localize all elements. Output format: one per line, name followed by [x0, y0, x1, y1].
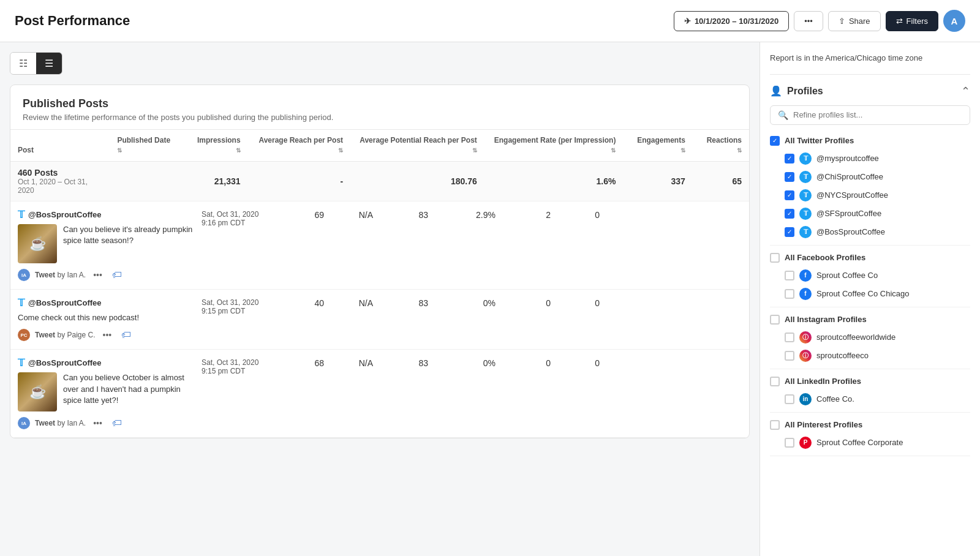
list-icon: ☰: [45, 58, 53, 69]
post-account: @BosSproutCoffee: [28, 298, 102, 307]
page-title: Post Performance: [15, 13, 130, 29]
profiles-search-input[interactable]: [793, 110, 962, 119]
twitter-network-icon: 𝕋: [799, 208, 812, 220]
sort-icon: ⇅: [472, 147, 477, 154]
post-reactions: 0: [551, 297, 600, 308]
post-tag-button[interactable]: 🏷: [110, 416, 124, 430]
profile-item-checkbox[interactable]: [785, 271, 794, 280]
post-avg-potential: 83: [373, 297, 428, 308]
profile-group-label: All Facebook Profiles: [785, 253, 865, 262]
profile-item-label: Sprout Coffee Corporate: [816, 438, 903, 447]
profile-item: ✓𝕋@SFSproutCoffee: [770, 205, 970, 223]
post-engagements: 0: [496, 357, 551, 368]
post-tag-button[interactable]: 🏷: [110, 268, 124, 282]
twitter-network-icon: 𝕋: [799, 171, 812, 183]
profile-item: ✓𝕋@ChiSproutCoffee: [770, 168, 970, 186]
post-engagement-rate: 0%: [428, 357, 496, 368]
col-reactions[interactable]: Reactions ⇅: [693, 130, 749, 162]
post-date: Sat, Oct 31, 20209:15 pm CDT: [202, 297, 275, 315]
profile-item-checkbox[interactable]: ✓: [785, 209, 794, 219]
profile-group-header: All Instagram Profiles: [770, 311, 970, 328]
panel-subtitle: Review the lifetime performance of the p…: [23, 113, 737, 122]
post-avg-reach: N/A: [324, 209, 373, 220]
profile-group-divider: [770, 369, 970, 369]
profile-item-checkbox[interactable]: [785, 438, 794, 448]
profile-item-checkbox[interactable]: ✓: [785, 154, 794, 163]
table-row: 𝕋 @BosSproutCoffee Come check out this n…: [10, 290, 749, 350]
profile-group-header: All LinkedIn Profiles: [770, 373, 970, 390]
collapse-profiles-button[interactable]: ⌃: [961, 85, 970, 98]
post-reactions: 0: [551, 357, 600, 368]
post-account: @BosSproutCoffee: [28, 358, 102, 367]
profile-item: ⓘsproutcoffeeco: [770, 347, 970, 365]
filters-button[interactable]: ⇄ Filters: [886, 11, 938, 31]
post-text: Come check out this new podcast!: [18, 312, 139, 323]
post-rows-container: 𝕋 @BosSproutCoffee ☕ Can you believe it'…: [10, 201, 749, 438]
profile-group-checkbox[interactable]: [770, 420, 780, 430]
panel-header: Published Posts Review the lifetime perf…: [10, 85, 749, 130]
col-post: Post: [10, 130, 110, 162]
profile-item-checkbox[interactable]: ✓: [785, 227, 794, 237]
filters-icon: ⇄: [896, 17, 903, 26]
post-type: Tweet by Ian A.: [35, 271, 86, 279]
profile-item-checkbox[interactable]: ✓: [785, 172, 794, 182]
post-tag-button[interactable]: 🏷: [119, 328, 134, 342]
post-more-button[interactable]: •••: [91, 417, 105, 429]
post-impressions: 40: [275, 297, 324, 308]
col-engagements[interactable]: Engagements ⇅: [623, 130, 692, 162]
profile-group: All Instagram Profilesⓘsproutcoffeeworld…: [770, 311, 970, 369]
avatar[interactable]: A: [943, 10, 965, 32]
profile-item-label: @SFSproutCoffee: [816, 209, 881, 218]
profile-group-checkbox[interactable]: [770, 253, 780, 263]
profile-item-checkbox[interactable]: ✓: [785, 190, 794, 200]
col-avg-reach[interactable]: Average Reach per Post ⇅: [248, 130, 350, 162]
sort-icon: ⇅: [680, 147, 685, 154]
post-engagement-rate: 0%: [428, 297, 496, 308]
profile-item: ✓𝕋@NYCSproutCoffee: [770, 186, 970, 205]
profile-item-label: Sprout Coffee Co Chicago: [816, 289, 910, 298]
post-date: Sat, Oct 31, 20209:15 pm CDT: [202, 357, 275, 375]
posts-table: Post Published Date ⇅ Impressions ⇅: [10, 130, 749, 201]
profile-item-checkbox[interactable]: [785, 332, 794, 342]
profile-item-checkbox[interactable]: [785, 394, 794, 404]
post-more-button[interactable]: •••: [91, 269, 105, 281]
profiles-title: Profiles: [787, 86, 823, 97]
post-account: @BosSproutCoffee: [28, 210, 102, 219]
profile-item-checkbox[interactable]: [785, 351, 794, 361]
grid-view-button[interactable]: ☷: [10, 53, 36, 74]
profile-item-checkbox[interactable]: [785, 289, 794, 299]
col-engagement-rate[interactable]: Engagement Rate (per Impression) ⇅: [484, 130, 624, 162]
summary-avg-reach: -: [248, 162, 350, 201]
instagram-network-icon: ⓘ: [799, 350, 812, 362]
profile-group-checkbox[interactable]: [770, 315, 780, 325]
post-type: Tweet by Paige C.: [35, 331, 96, 339]
profile-item-label: Coffee Co.: [816, 394, 854, 404]
profile-group-label: All LinkedIn Profiles: [785, 377, 861, 386]
profiles-title-row: 👤 Profiles: [770, 85, 823, 97]
col-avg-potential[interactable]: Average Potential Reach per Post ⇅: [350, 130, 484, 162]
share-button[interactable]: ⇧ Share: [828, 11, 881, 31]
more-options-button[interactable]: •••: [794, 11, 823, 31]
panel-title: Published Posts: [23, 97, 737, 110]
profile-group-label: All Twitter Profiles: [785, 136, 854, 145]
post-cell: 𝕋 @BosSproutCoffee ☕ Can you believe Oct…: [18, 357, 202, 430]
grid-icon: ☷: [19, 58, 28, 69]
list-view-button[interactable]: ☰: [36, 53, 62, 74]
profile-item: ⓘsproutcoffeeworldwide: [770, 328, 970, 347]
summary-row: 460 Posts Oct 1, 2020 – Oct 31, 2020 21,…: [10, 162, 749, 201]
col-published-date[interactable]: Published Date ⇅: [110, 130, 183, 162]
summary-reactions: 65: [693, 162, 749, 201]
post-text: Can you believe it's already pumpkin spi…: [63, 224, 194, 246]
profile-group-checkbox[interactable]: ✓: [770, 136, 780, 146]
profile-item-label: sproutcoffeeco: [816, 351, 869, 360]
post-more-button[interactable]: •••: [100, 329, 115, 341]
col-impressions[interactable]: Impressions ⇅: [183, 130, 247, 162]
summary-label-cell: 460 Posts Oct 1, 2020 – Oct 31, 2020: [10, 162, 110, 201]
summary-impressions: 21,331: [183, 162, 247, 201]
profile-group-checkbox[interactable]: [770, 377, 780, 386]
profile-group-divider: [770, 412, 970, 413]
profiles-section: 👤 Profiles ⌃ 🔍 ✓All Twitter Profiles✓𝕋@m…: [770, 85, 970, 456]
share-icon: ⇧: [839, 17, 845, 26]
date-range-button[interactable]: ✈ 10/1/2020 – 10/31/2020: [674, 11, 789, 31]
post-date: Sat, Oct 31, 20209:16 pm CDT: [202, 209, 275, 227]
